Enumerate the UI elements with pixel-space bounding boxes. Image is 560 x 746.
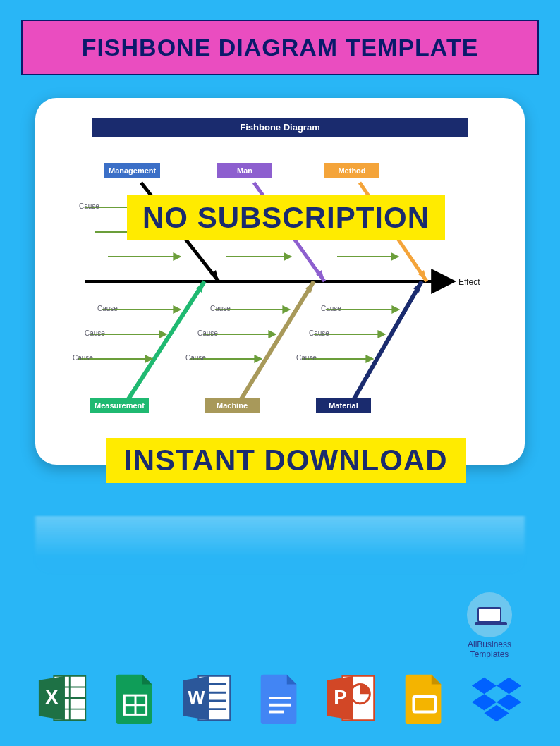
svg-marker-56 — [472, 678, 497, 694]
excel-icon: X — [35, 670, 92, 726]
svg-text:P: P — [334, 686, 347, 708]
effect-label: Effect — [458, 277, 480, 287]
cat-machine: Machine — [205, 398, 260, 413]
page-title: FISHBONE DIAGRAM TEMPLATE — [30, 34, 530, 61]
apps-row: X W P — [35, 670, 525, 726]
word-icon: W — [180, 670, 236, 726]
slides-icon — [396, 670, 453, 726]
diagram-header: Fishbone Diagram — [92, 118, 468, 137]
svg-line-9 — [240, 281, 314, 401]
svg-line-7 — [127, 281, 205, 401]
cause-label: Cause — [185, 354, 206, 362]
brand-line1: AllBusiness — [454, 640, 525, 650]
svg-line-11 — [353, 281, 422, 401]
cat-material: Material — [316, 398, 371, 413]
brand-line2: Templates — [454, 650, 525, 660]
cause-label: Cause — [210, 305, 231, 312]
cat-measurement: Measurement — [90, 398, 149, 413]
preview-card: Fishbone Diagram — [35, 98, 525, 465]
cause-label: Cause — [309, 329, 329, 337]
overlay-no-subscription: NO SUBSCRIPTION — [127, 195, 445, 240]
cause-label: Cause — [321, 305, 341, 312]
preview-card-wrap: Fishbone Diagram — [35, 98, 525, 465]
cat-method: Method — [324, 163, 379, 178]
svg-text:W: W — [188, 687, 205, 707]
brand-circle-icon — [467, 592, 512, 637]
card-reflection — [35, 516, 525, 575]
docs-icon — [252, 670, 308, 726]
sheets-icon — [107, 670, 164, 726]
overlay-instant-download: INSTANT DOWNLOAD — [106, 438, 466, 483]
powerpoint-icon: P — [324, 670, 380, 726]
cause-label: Cause — [296, 354, 317, 362]
cat-management: Management — [104, 163, 160, 178]
cause-label: Cause — [79, 202, 99, 210]
cause-label: Cause — [197, 329, 218, 337]
cause-label: Cause — [85, 329, 105, 337]
cause-label: Cause — [73, 354, 93, 362]
svg-text:X: X — [45, 686, 58, 708]
dropbox-icon — [468, 670, 525, 726]
brand-badge: AllBusiness Templates — [454, 592, 525, 660]
title-bar: FISHBONE DIAGRAM TEMPLATE — [21, 20, 539, 75]
laptop-icon — [477, 607, 501, 623]
cat-man: Man — [217, 163, 272, 178]
cause-label: Cause — [97, 305, 118, 312]
svg-marker-57 — [497, 678, 521, 694]
